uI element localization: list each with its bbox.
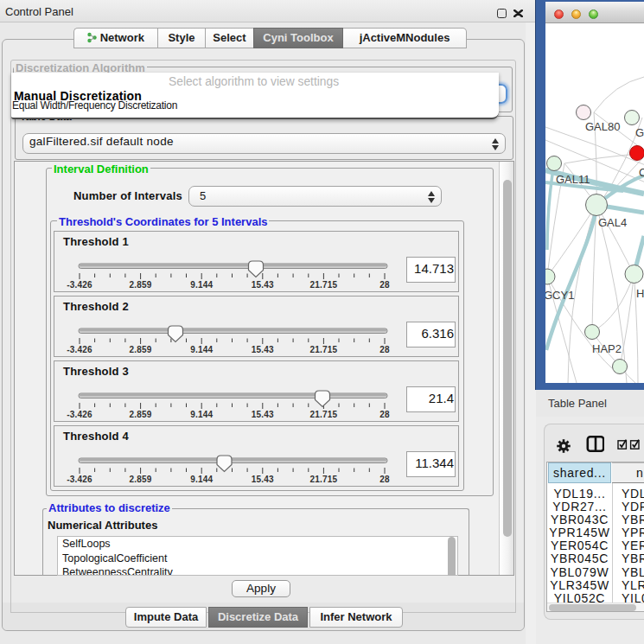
svg-text:9.144: 9.144: [190, 345, 213, 354]
svg-text:28: 28: [379, 475, 390, 484]
svg-text:-3.426: -3.426: [67, 475, 92, 484]
svg-text:15.43: 15.43: [252, 345, 274, 354]
svg-text:-3.426: -3.426: [67, 280, 92, 290]
svg-text:21.715: 21.715: [310, 475, 338, 484]
svg-text:15.43: 15.43: [252, 475, 274, 484]
svg-text:-3.426: -3.426: [67, 410, 92, 419]
svg-text:GAL11: GAL11: [556, 173, 590, 186]
svg-text:G.: G.: [635, 126, 644, 139]
svg-text:H: H: [636, 287, 644, 300]
svg-text:C: C: [639, 166, 644, 179]
svg-text:GAL80: GAL80: [585, 120, 620, 133]
svg-text:GAL4: GAL4: [598, 216, 627, 229]
svg-text:9.144: 9.144: [190, 410, 213, 419]
svg-text:15.43: 15.43: [252, 280, 274, 290]
svg-text:21.715: 21.715: [310, 410, 338, 419]
svg-text:2.859: 2.859: [130, 410, 152, 419]
svg-text:15.43: 15.43: [252, 410, 274, 419]
svg-text:9.144: 9.144: [190, 280, 213, 290]
svg-text:9.144: 9.144: [190, 475, 213, 484]
svg-text:GCY1: GCY1: [545, 289, 574, 302]
svg-text:28: 28: [379, 280, 390, 290]
svg-text:2.859: 2.859: [130, 280, 152, 290]
svg-text:21.715: 21.715: [310, 280, 338, 290]
svg-text:21.715: 21.715: [310, 345, 338, 354]
svg-text:2.859: 2.859: [130, 475, 152, 484]
svg-text:HAP2: HAP2: [592, 342, 622, 355]
svg-text:28: 28: [379, 345, 390, 354]
svg-text:-3.426: -3.426: [67, 345, 92, 354]
svg-text:2.859: 2.859: [130, 345, 152, 354]
svg-text:28: 28: [379, 410, 390, 419]
